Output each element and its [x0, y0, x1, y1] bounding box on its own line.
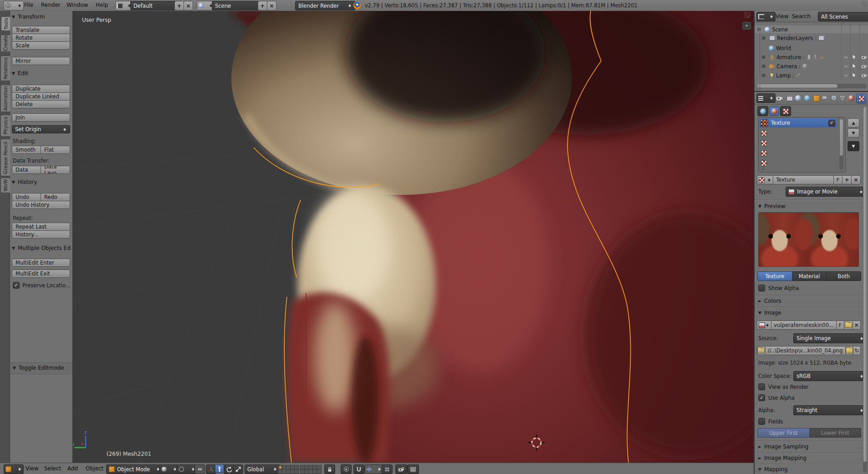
- fields-checkbox[interactable]: [758, 418, 765, 425]
- tree-item-label[interactable]: Camera: [776, 63, 797, 70]
- use-alpha-row[interactable]: ✓ Use Alpha: [758, 394, 795, 401]
- object-tab-icon[interactable]: [813, 95, 820, 102]
- screen-layout-name-field[interactable]: Default: [130, 1, 180, 10]
- viewport-editor-type-button[interactable]: [4, 464, 24, 474]
- repeat-last-button[interactable]: Repeat Last: [12, 223, 70, 231]
- slot-move-down-button[interactable]: ▼: [848, 128, 859, 138]
- empty-slot-icon[interactable]: [761, 160, 767, 166]
- empty-slot-icon[interactable]: [761, 140, 767, 146]
- set-origin-dropdown[interactable]: Set Origin: [12, 125, 70, 133]
- redo-button[interactable]: Redo: [41, 193, 70, 201]
- scene-delete-button[interactable]: ×: [267, 1, 276, 10]
- header-corner-grip[interactable]: [862, 1, 867, 6]
- panel-header-history[interactable]: History: [12, 179, 37, 185]
- view-as-render-checkbox[interactable]: [758, 383, 765, 390]
- render-engine-dropdown[interactable]: Blender Render: [295, 1, 355, 10]
- layers-group-1[interactable]: [278, 465, 298, 473]
- image-fake-user-button[interactable]: F: [837, 321, 844, 330]
- upper-first-button[interactable]: Upper First: [757, 428, 810, 438]
- texture-slot-row-selected[interactable]: Texture ✓: [759, 118, 837, 127]
- mirror-button[interactable]: Mirror: [12, 57, 70, 65]
- lower-first-button[interactable]: Lower First: [810, 428, 862, 438]
- render-layers-tab-icon[interactable]: [786, 96, 793, 101]
- image-browse-button[interactable]: [757, 321, 771, 330]
- tree-item-label[interactable]: Scene: [772, 26, 788, 33]
- tree-item-label[interactable]: Lamp: [776, 72, 791, 79]
- preserve-location-checkbox[interactable]: ✓: [13, 282, 20, 289]
- layout-delete-button[interactable]: ×: [184, 1, 193, 10]
- undo-history-button[interactable]: Undo History: [12, 201, 70, 209]
- preview-both-button[interactable]: Both: [827, 271, 861, 281]
- properties-vscrollbar-thumb[interactable]: [863, 107, 867, 462]
- proportional-edit-button[interactable]: [341, 464, 352, 474]
- show-alpha-checkbox[interactable]: [758, 285, 765, 291]
- panel-header-colors[interactable]: Colors: [758, 298, 781, 304]
- texture-name-field[interactable]: Texture: [773, 175, 834, 184]
- menu-add[interactable]: Add: [67, 465, 78, 472]
- layer-cell[interactable]: [317, 469, 322, 474]
- list-resize-grip[interactable]: [797, 167, 803, 173]
- restrict-render-icon[interactable]: [861, 64, 867, 69]
- panel-header-image[interactable]: Image: [758, 310, 781, 316]
- shelf-tab-tools[interactable]: Tools: [1, 16, 10, 31]
- mode-dropdown[interactable]: Object Mode: [106, 464, 163, 474]
- outliner-row-armature[interactable]: ⊕ Armature |: [755, 53, 868, 61]
- image-unlink-button[interactable]: ×: [853, 321, 861, 330]
- outliner-editor-type-button[interactable]: [756, 12, 776, 21]
- shelf-tab-animation[interactable]: Animation: [0, 85, 10, 112]
- view-as-render-row[interactable]: View as Render: [758, 383, 809, 390]
- layer-cell[interactable]: [294, 469, 299, 474]
- tree-item-label[interactable]: RenderLayers: [777, 35, 813, 41]
- translate-manipulator-button[interactable]: [215, 464, 224, 473]
- menu-window[interactable]: Window: [66, 2, 88, 8]
- rotate-button[interactable]: Rotate: [12, 34, 70, 42]
- toggle-editmode-panel-header[interactable]: Toggle Editmode: [10, 362, 72, 374]
- scene-add-button[interactable]: +: [258, 1, 267, 10]
- collapse-icon[interactable]: ⊖: [757, 26, 761, 32]
- outliner-row-camera[interactable]: ⊕ Camera |: [755, 62, 868, 70]
- expand-icon[interactable]: ⊕: [761, 63, 766, 69]
- empty-slot-icon[interactable]: [761, 150, 767, 156]
- menu-select[interactable]: Select: [44, 465, 61, 472]
- panel-header-image-mapping[interactable]: Image Mapping: [758, 455, 807, 461]
- fields-row[interactable]: Fields: [758, 418, 783, 425]
- layout-add-button[interactable]: +: [174, 1, 184, 10]
- viewport-3d[interactable]: z y x User Persp (269) Mesh2201 +: [0, 11, 754, 463]
- viewport-corner-grip[interactable]: [744, 12, 751, 18]
- shade-smooth-button[interactable]: Smooth: [12, 146, 41, 154]
- add-slot-icon[interactable]: ⊕: [761, 166, 765, 171]
- history-menu-button[interactable]: History...: [12, 230, 70, 239]
- outliner-row-renderlayers[interactable]: ⊕ RenderLayers |: [755, 34, 868, 42]
- shade-flat-button[interactable]: Flat: [41, 146, 70, 154]
- layers-group-2[interactable]: [300, 465, 321, 473]
- panel-grip[interactable]: [64, 365, 70, 372]
- restrict-select-icon[interactable]: [852, 72, 857, 78]
- fake-user-button[interactable]: F: [834, 175, 842, 184]
- texture-type-dropdown[interactable]: Image or Movie: [786, 187, 866, 197]
- expand-icon[interactable]: ⊕: [761, 35, 766, 41]
- editor-type-button[interactable]: ⓘ: [4, 1, 24, 10]
- slot-list-scrollbar[interactable]: [839, 119, 843, 170]
- snap-toggle-button[interactable]: [353, 464, 364, 474]
- unlink-texture-button[interactable]: ×: [852, 175, 861, 184]
- manipulator-toggle-button[interactable]: [206, 464, 216, 474]
- properties-region-expand-button[interactable]: +: [742, 22, 751, 30]
- modifiers-wrench-tab-icon[interactable]: ⚙: [831, 94, 837, 101]
- outliner-row-lamp[interactable]: ⊕ Lamp |: [755, 71, 868, 79]
- panel-header-edit[interactable]: Edit: [12, 70, 28, 76]
- shelf-tab-relations[interactable]: Relations: [0, 56, 10, 81]
- undo-button[interactable]: Undo: [12, 193, 41, 201]
- object-data-tab-icon[interactable]: ▽: [840, 95, 844, 101]
- layers-widget[interactable]: [278, 465, 321, 473]
- properties-editor-type-button[interactable]: [756, 93, 776, 103]
- preserve-location-row[interactable]: ✓ Preserve Locatio...: [13, 282, 71, 289]
- transfer-data-button[interactable]: Data: [12, 166, 41, 174]
- duplicate-linked-button[interactable]: Duplicate Linked: [12, 92, 70, 101]
- outliner-row-scene[interactable]: ⊖ Scene: [755, 25, 868, 33]
- texture-slot-enable-checkbox[interactable]: ✓: [828, 120, 835, 127]
- menu-object[interactable]: Object: [86, 465, 103, 472]
- restrict-select-icon[interactable]: [852, 63, 857, 69]
- use-alpha-checkbox[interactable]: ✓: [758, 394, 765, 401]
- properties-vscrollbar[interactable]: [863, 106, 867, 473]
- join-button[interactable]: Join: [12, 113, 70, 122]
